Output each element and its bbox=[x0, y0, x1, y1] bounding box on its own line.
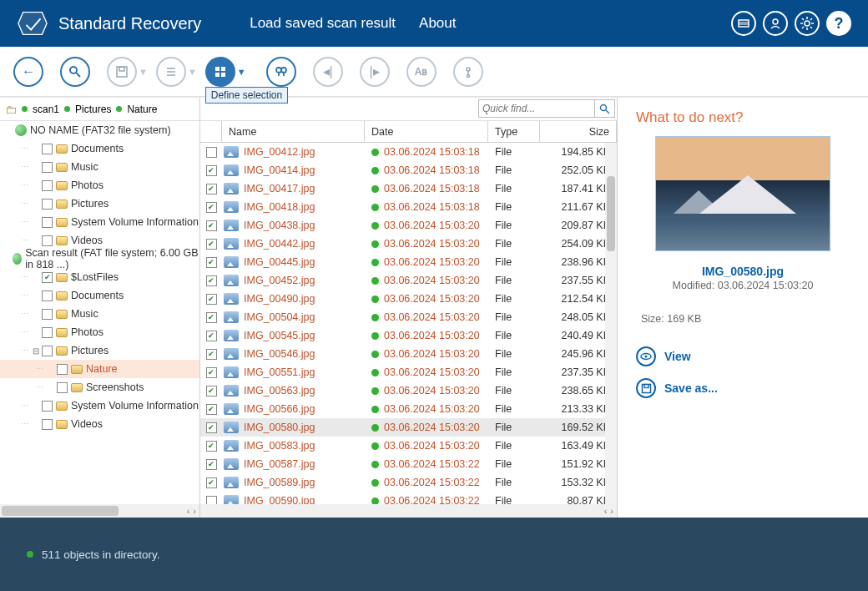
selection-dropdown-caret[interactable]: ▼ bbox=[237, 67, 246, 77]
image-icon bbox=[224, 422, 239, 433]
status-dot-icon bbox=[371, 277, 379, 285]
row-checkbox[interactable] bbox=[206, 404, 217, 415]
settings-icon[interactable] bbox=[795, 11, 820, 36]
row-checkbox[interactable] bbox=[206, 275, 217, 286]
filter-button[interactable] bbox=[453, 57, 483, 87]
row-checkbox[interactable] bbox=[206, 257, 217, 268]
column-name[interactable]: Name bbox=[222, 121, 365, 142]
status-bar: 511 objects in directory. bbox=[0, 518, 868, 591]
file-row[interactable]: IMG_00583.jpg03.06.2024 15:03:20File163.… bbox=[200, 437, 617, 455]
file-row[interactable]: IMG_00580.jpg03.06.2024 15:03:20File169.… bbox=[200, 418, 617, 437]
user-icon[interactable] bbox=[763, 11, 788, 36]
menu-load-scan[interactable]: Load saved scan result bbox=[250, 15, 396, 32]
save-button[interactable] bbox=[107, 57, 137, 87]
column-size[interactable]: Size bbox=[540, 121, 617, 142]
file-row[interactable]: IMG_00438.jpg03.06.2024 15:03:20File209.… bbox=[200, 216, 617, 235]
row-checkbox[interactable] bbox=[206, 147, 217, 158]
tree-item[interactable]: ⋯Music bbox=[0, 305, 199, 323]
breadcrumb-item[interactable]: scan1 bbox=[33, 104, 59, 115]
search-button[interactable] bbox=[60, 57, 90, 87]
row-checkbox[interactable] bbox=[206, 477, 217, 488]
quick-find-button[interactable] bbox=[595, 99, 615, 118]
tree-root-noname[interactable]: NO NAME (FAT32 file system) bbox=[0, 121, 199, 139]
find-button[interactable] bbox=[266, 57, 296, 87]
save-dropdown-caret[interactable]: ▼ bbox=[139, 67, 148, 77]
file-row[interactable]: IMG_00545.jpg03.06.2024 15:03:20File240.… bbox=[200, 326, 617, 345]
help-icon[interactable]: ? bbox=[826, 11, 851, 36]
file-row[interactable]: IMG_00587.jpg03.06.2024 15:03:22File151.… bbox=[200, 455, 617, 473]
file-row[interactable]: IMG_00490.jpg03.06.2024 15:03:20File212.… bbox=[200, 290, 617, 308]
column-type[interactable]: Type bbox=[488, 121, 540, 142]
row-checkbox[interactable] bbox=[206, 294, 217, 305]
file-row[interactable]: IMG_00546.jpg03.06.2024 15:03:20File245.… bbox=[200, 345, 617, 363]
tree-item[interactable]: ⋯Photos bbox=[0, 176, 199, 194]
row-checkbox[interactable] bbox=[206, 202, 217, 213]
tree-item[interactable]: ⋯Documents bbox=[0, 286, 199, 305]
selection-tooltip: Define selection bbox=[205, 87, 288, 104]
status-dot-icon bbox=[371, 259, 379, 266]
tree-item[interactable]: ⋯System Volume Information bbox=[0, 397, 199, 415]
row-checkbox[interactable] bbox=[206, 459, 217, 470]
file-row[interactable]: IMG_00414.jpg03.06.2024 15:03:18File252.… bbox=[200, 161, 617, 179]
file-row[interactable]: IMG_00566.jpg03.06.2024 15:03:20File213.… bbox=[200, 400, 617, 418]
breadcrumb-item[interactable]: Nature bbox=[127, 104, 157, 115]
tree-root-scan[interactable]: Scan result (FAT file system; 6.00 GB in… bbox=[0, 250, 199, 268]
tree-item[interactable]: ⋯Screenshots bbox=[0, 378, 199, 397]
tree-item[interactable]: ⋯Documents bbox=[0, 139, 199, 158]
tree-item[interactable]: ⋯Pictures bbox=[0, 194, 199, 213]
selection-mode-button[interactable] bbox=[205, 57, 235, 87]
file-row[interactable]: IMG_00445.jpg03.06.2024 15:03:20File238.… bbox=[200, 253, 617, 271]
row-checkbox[interactable] bbox=[206, 239, 217, 250]
breadcrumb: 🗀 scan1 Pictures Nature bbox=[0, 98, 199, 121]
file-row[interactable]: IMG_00590.jpg03.06.2024 15:03:22File80.8… bbox=[200, 492, 617, 504]
row-checkbox[interactable] bbox=[206, 441, 217, 452]
status-dot-icon bbox=[371, 204, 379, 211]
row-checkbox[interactable] bbox=[206, 422, 217, 433]
file-row[interactable]: IMG_00504.jpg03.06.2024 15:03:20File248.… bbox=[200, 308, 617, 326]
match-case-button[interactable]: Aʙ bbox=[406, 57, 437, 87]
feedback-icon[interactable] bbox=[731, 11, 756, 36]
tree-hscroll[interactable]: ‹› bbox=[0, 504, 199, 518]
saveas-action[interactable]: Save as... bbox=[636, 378, 850, 398]
row-checkbox[interactable] bbox=[206, 184, 217, 194]
tree-item[interactable]: ⋯Music bbox=[0, 158, 199, 176]
list-view-dropdown-caret[interactable]: ▼ bbox=[188, 67, 197, 77]
file-row[interactable]: IMG_00589.jpg03.06.2024 15:03:22File153.… bbox=[200, 473, 617, 492]
row-checkbox[interactable] bbox=[206, 496, 217, 505]
row-checkbox[interactable] bbox=[206, 367, 217, 378]
file-row[interactable]: IMG_00418.jpg03.06.2024 15:03:18File211.… bbox=[200, 198, 617, 216]
tree-item[interactable]: ⋯System Volume Information bbox=[0, 213, 199, 231]
file-row[interactable]: IMG_00412.jpg03.06.2024 15:03:18File194.… bbox=[200, 143, 617, 161]
step-forward-button[interactable]: |▸ bbox=[360, 57, 390, 87]
breadcrumb-item[interactable]: Pictures bbox=[75, 104, 111, 115]
tree-item[interactable]: ⋯Videos bbox=[0, 415, 199, 433]
step-back-button[interactable]: ◂| bbox=[313, 57, 343, 87]
file-row[interactable]: IMG_00563.jpg03.06.2024 15:03:20File238.… bbox=[200, 381, 617, 400]
image-icon bbox=[224, 164, 239, 176]
disk-icon bbox=[636, 378, 656, 398]
status-dot-icon bbox=[371, 442, 379, 450]
row-checkbox[interactable] bbox=[206, 331, 217, 341]
tree-item-nature[interactable]: ⋯Nature bbox=[0, 360, 199, 378]
file-row[interactable]: IMG_00442.jpg03.06.2024 15:03:20File254.… bbox=[200, 235, 617, 253]
row-checkbox[interactable] bbox=[206, 349, 217, 360]
tree-item[interactable]: ⋯⊟Pictures bbox=[0, 341, 199, 360]
tree-item[interactable]: ⋯Photos bbox=[0, 323, 199, 341]
file-row[interactable]: IMG_00551.jpg03.06.2024 15:03:20File237.… bbox=[200, 363, 617, 381]
view-action[interactable]: View bbox=[636, 346, 850, 366]
row-checkbox[interactable] bbox=[206, 312, 217, 323]
status-dot-icon bbox=[371, 222, 379, 230]
file-row[interactable]: IMG_00452.jpg03.06.2024 15:03:20File237.… bbox=[200, 271, 617, 290]
file-list-scrollbar[interactable] bbox=[605, 143, 617, 504]
file-row[interactable]: IMG_00417.jpg03.06.2024 15:03:18File187.… bbox=[200, 179, 617, 198]
list-view-button[interactable] bbox=[156, 57, 186, 87]
quick-find-input[interactable] bbox=[478, 99, 595, 118]
tree-item[interactable]: ⋯$LostFiles bbox=[0, 268, 199, 286]
row-checkbox[interactable] bbox=[206, 386, 217, 397]
menu-about[interactable]: About bbox=[419, 15, 456, 32]
row-checkbox[interactable] bbox=[206, 220, 217, 231]
row-checkbox[interactable] bbox=[206, 165, 217, 176]
back-button[interactable]: ← bbox=[13, 57, 43, 87]
file-list-hscroll[interactable]: ‹› bbox=[200, 504, 617, 518]
column-date[interactable]: Date bbox=[365, 121, 488, 142]
